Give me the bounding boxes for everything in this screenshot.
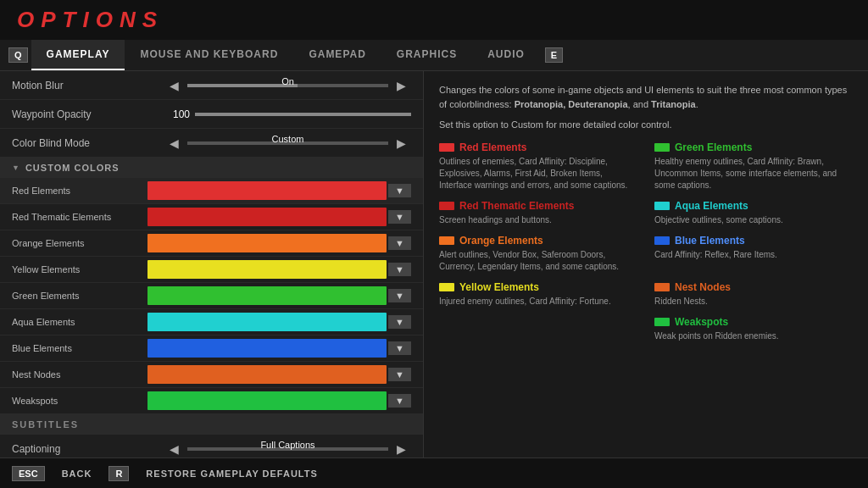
color-bar-container-yellow: ▼	[147, 260, 411, 279]
esc-key[interactable]: ESC	[12, 466, 45, 481]
page-title: OPTIONS	[17, 7, 164, 33]
waypoint-opacity-bar[interactable]	[195, 113, 411, 116]
green-swatch	[654, 143, 670, 152]
custom-colors-header: ▼ CUSTOM COLORS	[0, 158, 423, 178]
color-label-nest-nodes: Nest Nodes	[12, 369, 147, 380]
color-label-yellow: Yellow Elements	[12, 264, 147, 274]
color-label-green: Green Elements	[12, 291, 147, 301]
color-bar-container-aqua: ▼	[147, 313, 411, 331]
captioning-label: Captioning	[12, 443, 164, 455]
color-info-orange: Orange Elements Alert outlines, Vendor B…	[439, 235, 637, 273]
yellow-swatch	[439, 283, 454, 291]
color-dropdown-arrow-green[interactable]: ▼	[388, 289, 411, 302]
tab-graphics[interactable]: GRAPHICS	[381, 40, 472, 70]
motion-blur-slider[interactable]: On	[187, 84, 388, 87]
nest-nodes-title: Nest Nodes	[675, 281, 731, 293]
color-bar-container-blue: ▼	[147, 339, 411, 358]
motion-blur-left-arrow[interactable]: ◀	[164, 77, 184, 94]
color-label-blue: Blue Elements	[12, 343, 147, 353]
color-blind-right-arrow[interactable]: ▶	[392, 135, 411, 152]
color-bar-container-red-thematic: ▼	[147, 208, 411, 226]
weakspots-desc: Weak points on Ridden enemies.	[654, 330, 853, 342]
right-panel: Changes the colors of some in-game objec…	[424, 71, 868, 481]
color-info-aqua: Aqua Elements Objective outlines, some c…	[654, 200, 853, 226]
color-label-aqua: Aqua Elements	[12, 317, 147, 327]
color-bar-aqua[interactable]	[147, 313, 387, 331]
captioning-slider[interactable]: Full Captions	[187, 447, 388, 451]
color-info-red-thematic: Red Thematic Elements Screen headings an…	[439, 200, 637, 226]
nest-nodes-desc: Ridden Nests.	[654, 296, 853, 308]
green-desc: Healthy enemy outlines, Card Affinity: B…	[654, 156, 853, 191]
motion-blur-control: ◀ On ▶	[164, 77, 411, 94]
info-text-main: Changes the colors of some in-game objec…	[439, 85, 847, 109]
color-row-yellow: Yellow Elements ▼	[0, 257, 423, 283]
color-bar-nest-nodes[interactable]	[147, 365, 387, 384]
color-info-blue: Blue Elements Card Affinity: Reflex, Rar…	[654, 235, 853, 273]
blue-desc: Card Affinity: Reflex, Rare Items.	[654, 249, 853, 261]
captioning-left-arrow[interactable]: ◀	[164, 441, 184, 458]
color-info-blue-header: Blue Elements	[654, 235, 853, 247]
aqua-title: Aqua Elements	[675, 200, 748, 212]
red-swatch	[439, 143, 454, 152]
aqua-desc: Objective outlines, some captions.	[654, 214, 853, 226]
color-bar-red-thematic[interactable]	[147, 208, 387, 226]
color-bar-red[interactable]	[147, 181, 387, 200]
color-dropdown-arrow-red-thematic[interactable]: ▼	[388, 210, 411, 224]
tab-audio[interactable]: AUDIO	[472, 40, 540, 70]
color-dropdown-arrow-yellow[interactable]: ▼	[388, 263, 411, 276]
color-label-red-thematic: Red Thematic Elements	[12, 212, 147, 222]
color-row-weakspots: Weakspots ▼	[0, 388, 423, 414]
color-blind-left-arrow[interactable]: ◀	[164, 135, 184, 152]
tab-key-left[interactable]: Q	[8, 47, 28, 63]
captioning-control: ◀ Full Captions ▶	[164, 441, 411, 458]
color-info-grid: Red Elements Outlines of enemies, Card A…	[439, 141, 853, 351]
color-label-red: Red Elements	[12, 186, 147, 196]
tab-mouse[interactable]: MOUSE AND KEYBOARD	[125, 40, 293, 70]
color-bar-yellow[interactable]	[147, 260, 387, 279]
header: OPTIONS	[0, 0, 868, 40]
bottom-bar: ESC BACK R RESTORE GAMEPLAY DEFAULTS	[0, 458, 868, 488]
motion-blur-label: Motion Blur	[12, 80, 164, 92]
color-blind-slider[interactable]: Custom	[187, 141, 388, 145]
red-thematic-swatch	[439, 202, 454, 210]
motion-blur-row: Motion Blur ◀ On ▶	[0, 71, 423, 100]
captioning-right-arrow[interactable]: ▶	[392, 441, 411, 458]
color-info-yellow-header: Yellow Elements	[439, 281, 637, 293]
color-info-yellow: Yellow Elements Injured enemy outlines, …	[439, 281, 637, 308]
color-row-red-elements: Red Elements ▼	[0, 178, 423, 204]
tab-gameplay[interactable]: GAMEPLAY	[31, 40, 125, 70]
color-info-weakspots: Weakspots Weak points on Ridden enemies.	[654, 316, 853, 342]
section-triangle-icon: ▼	[12, 164, 20, 172]
deuteranopia: Deuteranopia	[568, 99, 627, 109]
orange-swatch	[439, 236, 454, 245]
color-label-weakspots: Weakspots	[12, 396, 147, 406]
color-info-aqua-header: Aqua Elements	[654, 200, 853, 212]
color-info-nest-nodes: Nest Nodes Ridden Nests.	[654, 281, 853, 308]
back-label[interactable]: BACK	[62, 469, 92, 479]
color-dropdown-arrow-orange[interactable]: ▼	[388, 236, 411, 250]
orange-title: Orange Elements	[459, 235, 543, 247]
color-row-green: Green Elements ▼	[0, 283, 423, 309]
r-key[interactable]: R	[108, 466, 129, 481]
color-info-orange-header: Orange Elements	[439, 235, 637, 247]
tab-key-right[interactable]: E	[545, 47, 563, 63]
color-info-nest-nodes-header: Nest Nodes	[654, 281, 853, 293]
waypoint-opacity-label: Waypoint Opacity	[12, 108, 164, 120]
restore-label[interactable]: RESTORE GAMEPLAY DEFAULTS	[146, 469, 317, 479]
orange-desc: Alert outlines, Vendor Box, Saferoom Doo…	[439, 249, 637, 273]
color-dropdown-arrow-aqua[interactable]: ▼	[388, 315, 411, 329]
color-dropdown-arrow-weakspots[interactable]: ▼	[388, 394, 411, 408]
color-row-red-thematic: Red Thematic Elements ▼	[0, 204, 423, 230]
color-bar-weakspots[interactable]	[147, 391, 387, 410]
color-bar-green[interactable]	[147, 286, 387, 305]
color-bar-blue[interactable]	[147, 339, 387, 358]
color-dropdown-arrow-red[interactable]: ▼	[388, 184, 411, 197]
motion-blur-right-arrow[interactable]: ▶	[392, 77, 411, 94]
red-thematic-desc: Screen headings and buttons.	[439, 214, 637, 226]
aqua-swatch	[654, 202, 670, 210]
color-dropdown-arrow-blue[interactable]: ▼	[388, 341, 411, 355]
tab-gamepad[interactable]: GAMEPAD	[293, 40, 381, 70]
color-bar-orange[interactable]	[147, 234, 387, 252]
color-dropdown-arrow-nest-nodes[interactable]: ▼	[388, 368, 411, 381]
blue-swatch	[654, 236, 670, 245]
